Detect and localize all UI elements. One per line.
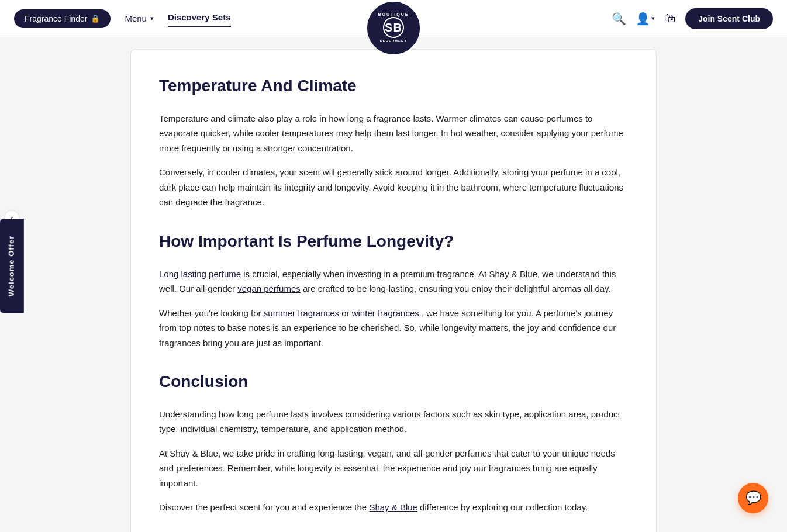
longevity-paragraph-1: Long lasting perfume is crucial, especia… [159,267,628,296]
fragrance-finder-label: Fragrance Finder [25,14,87,23]
search-button[interactable]: 🔍 [612,12,626,26]
account-chevron-icon: ▾ [651,15,655,22]
longevity-title: How Important Is Perfume Longevity? [159,229,628,255]
conclusion-paragraph-1: Understanding how long perfume lasts inv… [159,407,628,437]
temperature-title: Temperature And Climate [159,73,628,99]
user-icon: 👤 [636,12,650,26]
join-scent-club-button[interactable]: Join Scent Club [685,8,773,29]
page-wrapper: Temperature And Climate Temperature and … [0,37,787,532]
conclusion-section: Conclusion Understanding how long perfum… [159,369,628,515]
temperature-paragraph-1: Temperature and climate also play a role… [159,111,628,156]
content-card: Temperature And Climate Temperature and … [130,49,657,532]
logo-perfumery-text: PERFUMERY [380,39,407,43]
longevity-section: How Important Is Perfume Longevity? Long… [159,229,628,350]
chat-icon: 💬 [745,488,761,508]
long-lasting-perfume-link[interactable]: Long lasting perfume [159,269,241,279]
logo-sb-initials: SB [383,17,404,38]
lock-icon: 🔒 [91,14,100,23]
account-button[interactable]: 👤 ▾ [636,12,655,26]
chevron-down-icon: ▾ [150,15,154,22]
cart-button[interactable]: 🛍 [664,12,676,25]
nav-right: 🔍 👤 ▾ 🛍 Join Scent Club [612,8,773,29]
welcome-offer-label[interactable]: Welcome Offer [0,219,24,313]
navbar: Fragrance Finder 🔒 Menu ▾ Discovery Sets… [0,0,787,37]
longevity-paragraph-2: Whether you're looking for summer fragra… [159,306,628,351]
search-icon: 🔍 [612,12,626,26]
conclusion-title: Conclusion [159,369,628,395]
vegan-perfumes-link[interactable]: vegan perfumes [237,284,301,293]
shay-and-blue-link[interactable]: Shay & Blue [369,502,417,512]
conclusion-paragraph-3: Discover the perfect scent for you and e… [159,500,628,515]
logo-container: BOUTIQUE SB PERFUMERY [367,0,420,45]
site-logo: BOUTIQUE SB PERFUMERY [367,2,420,54]
nav-left: Fragrance Finder 🔒 Menu ▾ Discovery Sets [14,9,231,28]
temperature-paragraph-2: Conversely, in cooler climates, your sce… [159,165,628,210]
logo-boutique-text: BOUTIQUE [378,12,409,17]
menu-label: Menu [125,13,147,23]
menu-button[interactable]: Menu ▾ [125,13,154,23]
welcome-offer-sidebar: × Welcome Offer [0,219,24,313]
discovery-sets-link[interactable]: Discovery Sets [168,11,231,27]
further-reading-section: If you want to learn more, why not check… [159,529,628,532]
summer-fragrances-link[interactable]: summer fragrances [264,308,339,318]
conclusion-paragraph-2: At Shay & Blue, we take pride in craftin… [159,446,628,491]
chat-bubble-button[interactable]: 💬 [738,483,768,513]
cart-icon: 🛍 [664,12,676,25]
further-reading-label: If you want to learn more, why not check… [159,529,628,532]
longevity-p1-post: are crafted to be long-lasting, ensuring… [303,284,611,293]
temperature-section: Temperature And Climate Temperature and … [159,73,628,210]
winter-fragrances-link[interactable]: winter fragrances [352,308,419,318]
fragrance-finder-button[interactable]: Fragrance Finder 🔒 [14,9,111,28]
